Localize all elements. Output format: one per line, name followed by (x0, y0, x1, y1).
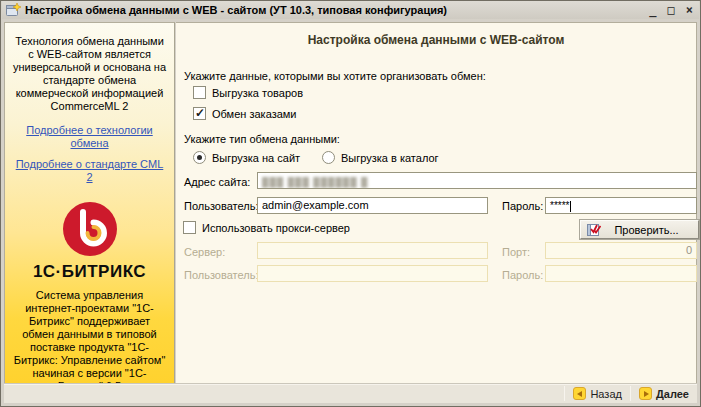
footer-separator (630, 386, 631, 401)
proxy-server-label: Сервер: (184, 246, 225, 258)
user-input[interactable]: admin@example.com (257, 197, 488, 214)
radio-icon[interactable] (193, 151, 206, 164)
user-label: Пользователь: (184, 200, 258, 212)
window-body: Технология обмена данными с WEB-сайтом я… (4, 20, 697, 403)
exchange-data-label: Укажите данные, которыми вы хотите орган… (184, 70, 486, 82)
proxy-password-label: Пароль: (502, 269, 543, 281)
checkbox-icon[interactable] (193, 107, 206, 120)
radio-upload-to-catalog[interactable]: Выгрузка в каталог (322, 151, 439, 164)
site-address-redacted-value: ███ ███ ██████ █ (262, 177, 368, 187)
check-button-label: Проверить... (601, 224, 692, 236)
footer-separator (564, 386, 565, 401)
check-connection-button[interactable]: Проверить... (580, 220, 699, 239)
checkbox-icon[interactable] (183, 221, 196, 234)
site-address-input[interactable]: ███ ███ ██████ █ (257, 172, 697, 189)
text-caret (570, 201, 571, 212)
site-address-label: Адрес сайта: (184, 176, 250, 188)
arrow-right-icon (639, 387, 652, 400)
proxy-user-label: Пользователь: (184, 269, 258, 281)
check-marks-icon (587, 223, 601, 236)
bitrix-logo: 1С·БИТРИКС (12, 200, 167, 278)
window-form-icon[interactable] (6, 3, 21, 17)
back-button-label: Назад (590, 388, 622, 400)
radio-upload-to-site[interactable]: Выгрузка на сайт (193, 151, 300, 164)
checkbox-label: Использовать прокси-сервер (202, 222, 350, 234)
proxy-port-label: Порт: (502, 246, 530, 258)
title-bar[interactable]: Настройка обмена данными с WEB - сайтом … (2, 1, 699, 19)
link-technology[interactable]: Подробнее о технологии обмена (12, 124, 167, 150)
wizard-footer: Назад Далее (4, 383, 697, 403)
sidebar-about-text: Система управления интернет-проектами "1… (12, 289, 167, 385)
next-button[interactable]: Далее (636, 386, 692, 401)
arrow-left-icon (573, 387, 586, 400)
sidebar-intro-text: Технология обмена данными с WEB-сайтом я… (12, 35, 167, 113)
page-title: Настройка обмена данными с WEB-сайтом (176, 33, 696, 47)
window-title: Настройка обмена данными с WEB - сайтом … (25, 4, 649, 16)
proxy-password-input (545, 265, 697, 282)
exchange-type-label: Укажите тип обмена данными: (184, 133, 340, 145)
checkbox-label: Обмен заказами (212, 108, 297, 120)
back-button[interactable]: Назад (570, 386, 625, 401)
bitrix-logo-text: 1С·БИТРИКС (12, 265, 167, 278)
minimize-icon[interactable]: _ (649, 4, 656, 16)
close-icon[interactable]: × (686, 4, 693, 16)
proxy-server-input (257, 242, 488, 259)
proxy-user-input (257, 265, 488, 282)
radio-label: Выгрузка на сайт (212, 152, 300, 164)
maximize-icon[interactable]: □ (668, 4, 675, 16)
checkbox-order-exchange[interactable]: Обмен заказами (193, 107, 297, 120)
sidebar-panel: Технология обмена данными с WEB-сайтом я… (4, 22, 175, 385)
exchange-setup-window: { "window": { "title": "Настройка обмена… (0, 0, 701, 407)
checkbox-upload-goods[interactable]: Выгрузка товаров (193, 86, 303, 99)
main-panel: Настройка обмена данными с WEB-сайтом Ук… (176, 22, 697, 385)
password-label: Пароль: (502, 200, 543, 212)
link-cml-standard[interactable]: Подробнее о стандарте CML 2 (12, 158, 167, 184)
radio-label: Выгрузка в каталог (341, 152, 439, 164)
checkbox-use-proxy[interactable]: Использовать прокси-сервер (183, 221, 350, 234)
checkbox-icon[interactable] (193, 86, 206, 99)
user-value: admin@example.com (262, 199, 369, 211)
proxy-port-input: 0 (545, 242, 697, 259)
bitrix-logo-icon (61, 200, 119, 258)
radio-icon[interactable] (322, 151, 335, 164)
checkbox-label: Выгрузка товаров (212, 87, 303, 99)
next-button-label: Далее (656, 388, 689, 400)
proxy-port-value: 0 (686, 244, 692, 257)
password-value: ***** (550, 200, 569, 211)
password-input[interactable]: ***** (545, 197, 697, 214)
